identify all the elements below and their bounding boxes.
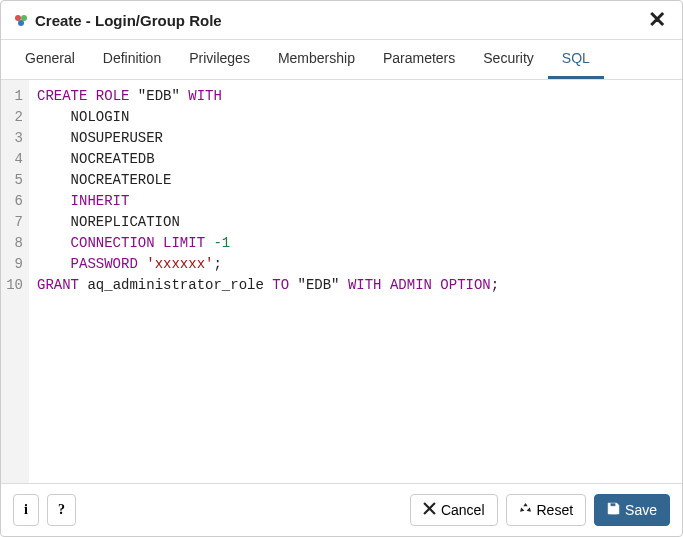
save-label: Save (625, 502, 657, 518)
code-line: NOLOGIN (37, 107, 674, 128)
line-number: 1 (1, 86, 29, 107)
line-number: 3 (1, 128, 29, 149)
code-line: PASSWORD 'xxxxxx'; (37, 254, 674, 275)
reset-button[interactable]: Reset (506, 494, 587, 526)
code-line: NOREPLICATION (37, 212, 674, 233)
line-number: 5 (1, 170, 29, 191)
tab-general[interactable]: General (11, 40, 89, 79)
tab-sql[interactable]: SQL (548, 40, 604, 79)
line-number: 4 (1, 149, 29, 170)
info-button[interactable]: i (13, 494, 39, 526)
svg-point-2 (18, 20, 24, 26)
code-line: CREATE ROLE "EDB" WITH (37, 86, 674, 107)
code-line: CONNECTION LIMIT -1 (37, 233, 674, 254)
code-line: NOCREATEROLE (37, 170, 674, 191)
dialog-title: Create - Login/Group Role (35, 12, 644, 29)
dialog: Create - Login/Group Role ✕ GeneralDefin… (0, 0, 683, 537)
tab-parameters[interactable]: Parameters (369, 40, 469, 79)
line-number: 6 (1, 191, 29, 212)
dialog-header: Create - Login/Group Role ✕ (1, 1, 682, 40)
svg-point-1 (21, 15, 27, 21)
svg-point-0 (15, 15, 21, 21)
line-number: 8 (1, 233, 29, 254)
line-number: 10 (1, 275, 29, 296)
tab-security[interactable]: Security (469, 40, 548, 79)
cancel-label: Cancel (441, 502, 485, 518)
line-number: 9 (1, 254, 29, 275)
tab-bar: GeneralDefinitionPrivilegesMembershipPar… (1, 40, 682, 80)
save-icon (607, 502, 620, 518)
recycle-icon (519, 502, 532, 518)
reset-label: Reset (537, 502, 574, 518)
dialog-footer: i ? Cancel Reset Save (1, 483, 682, 536)
line-number: 7 (1, 212, 29, 233)
help-button[interactable]: ? (47, 494, 76, 526)
code-line: INHERIT (37, 191, 674, 212)
code-line: GRANT aq_administrator_role TO "EDB" WIT… (37, 275, 674, 296)
tab-definition[interactable]: Definition (89, 40, 175, 79)
save-button[interactable]: Save (594, 494, 670, 526)
line-number: 2 (1, 107, 29, 128)
cancel-button[interactable]: Cancel (410, 494, 498, 526)
close-button[interactable]: ✕ (644, 9, 670, 31)
code-line: NOCREATEDB (37, 149, 674, 170)
tab-membership[interactable]: Membership (264, 40, 369, 79)
code-line: NOSUPERUSER (37, 128, 674, 149)
role-icon (13, 12, 29, 28)
sql-editor: 12345678910 CREATE ROLE "EDB" WITH NOLOG… (1, 80, 682, 483)
tab-privileges[interactable]: Privileges (175, 40, 264, 79)
close-icon (423, 502, 436, 518)
sql-code[interactable]: CREATE ROLE "EDB" WITH NOLOGIN NOSUPERUS… (29, 80, 682, 483)
line-gutter: 12345678910 (1, 80, 29, 483)
